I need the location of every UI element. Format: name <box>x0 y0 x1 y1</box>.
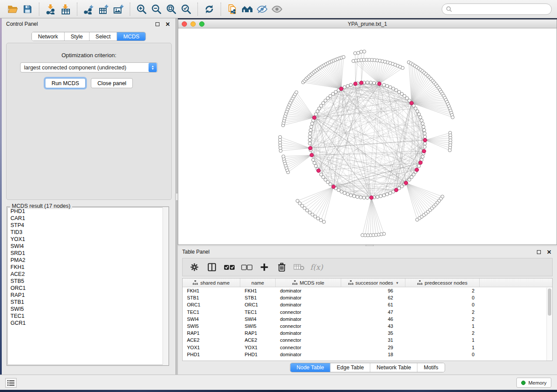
table-row[interactable]: STB1STB1dominator620 <box>183 294 552 301</box>
network-canvas[interactable] <box>178 28 557 244</box>
control-panel-header: Control Panel ✕ <box>2 18 176 30</box>
table-row[interactable]: TEC1TEC1connector472 <box>183 309 552 316</box>
mcds-result-item[interactable]: STB5 <box>8 278 168 285</box>
column-header-mcds-role[interactable]: MCDS role <box>276 279 341 287</box>
mcds-result-item[interactable]: TID3 <box>8 229 168 236</box>
tab-mcds[interactable]: MCDS <box>117 32 145 41</box>
table-body: FKH1FKH1dominator962STB1STB1dominator620… <box>183 287 552 358</box>
mcds-result-item[interactable]: GCR1 <box>8 320 168 327</box>
mcds-result-item[interactable]: STB1 <box>8 299 168 306</box>
tab-motifs[interactable]: Motifs <box>418 363 444 372</box>
tab-edge-table[interactable]: Edge Table <box>331 363 370 372</box>
export-network-icon[interactable] <box>81 2 96 16</box>
delete-trash-icon[interactable] <box>275 261 288 274</box>
show-all-icon[interactable] <box>270 2 284 16</box>
column-header-predecessor-nodes[interactable]: predecessor nodes <box>405 279 480 287</box>
export-image-icon[interactable] <box>111 2 126 16</box>
mcds-result-item[interactable]: RAP1 <box>8 292 168 299</box>
network-window-titlebar[interactable]: YPA_prune.txt_1 <box>178 20 557 28</box>
table-cell: ACE2 <box>240 337 276 343</box>
tab-node-table[interactable]: Node Table <box>291 363 331 372</box>
function-builder-icon: f(x) <box>310 263 323 272</box>
select-all-icon[interactable] <box>223 261 236 274</box>
table-cell: 43 <box>341 323 405 329</box>
zoom-fit-icon[interactable] <box>164 2 179 16</box>
table-row[interactable]: PHD1PHD1dominator180 <box>183 351 552 358</box>
column-header-successor-nodes[interactable]: successor nodes ▾ <box>341 279 405 287</box>
table-row[interactable]: YOX1YOX1connector291 <box>183 344 552 351</box>
table-row[interactable]: RAP1RAP1dominator352 <box>183 330 552 337</box>
column-header-name[interactable]: name <box>240 279 276 287</box>
task-history-button[interactable] <box>5 378 17 388</box>
memory-button[interactable]: Memory <box>516 378 551 388</box>
table-row[interactable]: ORC1ORC1dominator610 <box>183 301 552 308</box>
clone-network-icon[interactable] <box>225 2 240 16</box>
table-cell: connector <box>276 345 341 350</box>
tab-style[interactable]: Style <box>65 32 90 41</box>
network-graph[interactable] <box>178 28 557 244</box>
mcds-result-item[interactable]: YOX1 <box>8 236 168 243</box>
mcds-result-item[interactable]: ACE2 <box>8 271 168 278</box>
table-cell: connector <box>276 337 341 343</box>
first-neighbors-icon[interactable] <box>240 2 255 16</box>
mcds-result-list[interactable]: PHD1CAR1STP4TID3YOX1SWI4SRD1PMA2FKH1ACE2… <box>7 207 168 365</box>
scrollbar-thumb[interactable] <box>548 289 551 316</box>
settings-gear-icon[interactable] <box>188 261 201 274</box>
import-network-icon[interactable] <box>43 2 58 16</box>
optimization-criterion-label: Optimization criterion: <box>7 52 171 58</box>
table-row[interactable]: FKH1FKH1dominator962 <box>183 287 552 294</box>
mcds-result-item[interactable]: SRD1 <box>8 250 168 257</box>
close-panel-icon[interactable]: ✕ <box>164 21 171 28</box>
mcds-result-item[interactable]: PMA2 <box>8 257 168 264</box>
table-cell: STB1 <box>240 295 276 300</box>
mcds-result-item[interactable]: SWI4 <box>8 243 168 250</box>
table-cell: 46 <box>341 316 405 322</box>
tab-select[interactable]: Select <box>90 32 118 41</box>
split-columns-icon[interactable] <box>205 261 218 274</box>
mcds-options-card: Optimization criterion: largest connecte… <box>6 43 172 200</box>
zoom-selected-icon[interactable] <box>179 2 194 16</box>
tab-network[interactable]: Network <box>32 32 65 41</box>
table-panel: Table Panel ✕ <box>178 246 557 375</box>
deselect-all-icon[interactable] <box>240 261 253 274</box>
mcds-result-item[interactable]: TEC1 <box>8 313 168 320</box>
import-table-icon[interactable] <box>58 2 73 16</box>
table-row[interactable]: ACE2ACE2connector311 <box>183 337 552 344</box>
table-cell: SWI4 <box>240 316 276 322</box>
table-row[interactable]: SWI4SWI4dominator462 <box>183 316 552 323</box>
mcds-result-item[interactable]: CAR1 <box>8 215 168 222</box>
table-cell: 1 <box>405 345 480 350</box>
table-scrollbar[interactable] <box>547 288 552 361</box>
column-header-shared-name[interactable]: shared name <box>183 279 240 287</box>
mcds-list-scrollbar[interactable] <box>163 207 168 365</box>
refresh-layout-icon[interactable] <box>202 2 217 16</box>
export-table-icon[interactable] <box>96 2 111 16</box>
mcds-result-item[interactable]: STP4 <box>8 222 168 229</box>
hide-selected-icon[interactable] <box>255 2 270 16</box>
table-cell: 35 <box>341 330 405 336</box>
float-panel-icon[interactable] <box>154 21 161 28</box>
close-panel-button[interactable]: Close panel <box>91 78 133 88</box>
tab-network-table[interactable]: Network Table <box>370 363 418 372</box>
add-column-icon[interactable] <box>258 261 271 274</box>
close-panel-icon[interactable]: ✕ <box>546 248 553 255</box>
app-screen: Control Panel ✕ Network Style Select MCD… <box>0 0 557 392</box>
search-field[interactable] <box>442 3 552 15</box>
table-cell: TEC1 <box>183 309 240 315</box>
save-icon[interactable] <box>20 2 35 16</box>
table-cell: 96 <box>341 288 405 293</box>
table-cell: dominator <box>276 302 341 307</box>
open-folder-icon[interactable] <box>5 2 20 16</box>
mcds-result-item[interactable]: SWI5 <box>8 306 168 313</box>
run-mcds-button[interactable]: Run MCDS <box>45 78 86 88</box>
zoom-out-icon[interactable] <box>149 2 164 16</box>
table-row[interactable]: SWI5SWI5connector431 <box>183 323 552 330</box>
float-panel-icon[interactable] <box>535 248 542 255</box>
mcds-result-item[interactable]: FKH1 <box>8 264 168 271</box>
criterion-select[interactable]: largest connected component (undirected)… <box>20 62 158 72</box>
mcds-result-item[interactable]: ORC1 <box>8 285 168 292</box>
table-cell: FKH1 <box>240 288 276 293</box>
search-input[interactable] <box>455 6 547 12</box>
zoom-in-icon[interactable] <box>134 2 149 16</box>
tree-icon <box>292 280 298 285</box>
